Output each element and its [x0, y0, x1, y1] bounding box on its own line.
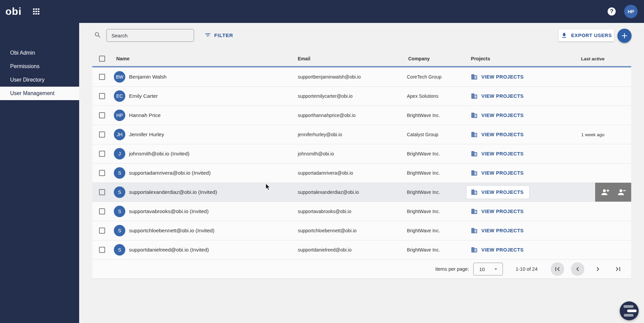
building-icon — [471, 208, 478, 215]
user-company: BrightWave Inc. — [407, 113, 471, 118]
user-name: supportchloebennett@obi.io (Invited) — [129, 228, 215, 234]
sidebar-item-label: Obi Admin — [10, 50, 35, 56]
user-company: CoreTech Group — [407, 74, 471, 80]
avatar: S — [114, 244, 125, 256]
search-icon — [94, 31, 101, 39]
plus-icon — [620, 31, 629, 40]
view-projects-button[interactable]: VIEW PROJECTS — [466, 70, 529, 83]
brand-bar-icon — [627, 310, 637, 312]
table-row[interactable]: S supportadamrivera@obi.io (Invited) sup… — [92, 164, 631, 183]
next-page-button[interactable] — [591, 262, 605, 276]
items-per-page-value: 10 — [474, 266, 493, 272]
user-company: BrightWave Inc. — [407, 170, 471, 176]
view-projects-button[interactable]: VIEW PROJECTS — [466, 128, 529, 141]
user-company: Apex Solutions — [407, 93, 471, 99]
header-projects: Projects — [471, 56, 569, 61]
last-page-button[interactable] — [611, 262, 625, 276]
main-content: FILTER EXPORT USERS Name Email Company P… — [79, 23, 644, 323]
view-projects-label: VIEW PROJECTS — [481, 247, 524, 253]
user-email: supportchloebennett@obi.io — [298, 228, 407, 233]
view-projects-label: VIEW PROJECTS — [481, 93, 524, 99]
table-row[interactable]: S supportdanielreed@obi.io (Invited) sup… — [92, 240, 631, 260]
row-checkbox[interactable] — [99, 189, 105, 195]
view-projects-button[interactable]: VIEW PROJECTS — [466, 205, 529, 218]
user-name: supportdanielreed@obi.io (Invited) — [129, 247, 209, 253]
user-company: BrightWave Inc. — [407, 209, 471, 214]
help-icon[interactable]: ? — [608, 7, 616, 16]
sidebar-item-user-directory[interactable]: User Directory — [0, 73, 79, 87]
row-checkbox[interactable] — [99, 208, 105, 214]
table-row[interactable]: S supportavabrooks@obi.io (Invited) supp… — [92, 202, 631, 221]
add-person-button[interactable] — [600, 187, 610, 197]
user-name: supportavabrooks@obi.io (Invited) — [129, 208, 208, 214]
sidebar-item-obi-admin[interactable]: Obi Admin — [0, 46, 79, 60]
user-email: jenniferhurley@obi.io — [298, 132, 407, 137]
sidebar-item-permissions[interactable]: Permissions — [0, 60, 79, 73]
sidebar-item-user-management[interactable]: User Management — [0, 87, 79, 100]
select-all-checkbox[interactable] — [99, 56, 105, 62]
row-checkbox[interactable] — [99, 74, 105, 80]
building-icon — [471, 131, 478, 138]
building-icon — [471, 112, 478, 119]
row-checkbox[interactable] — [99, 170, 105, 176]
add-user-button[interactable] — [617, 29, 632, 43]
table-body: BW Benjamin Walsh supportbenjaminwalsh@o… — [92, 67, 631, 260]
table-row[interactable]: BW Benjamin Walsh supportbenjaminwalsh@o… — [92, 67, 631, 87]
view-projects-button[interactable]: VIEW PROJECTS — [466, 109, 529, 122]
table-row[interactable]: S supportalexanderdiaz@obi.io (Invited) … — [92, 183, 631, 202]
dropdown-caret-icon — [493, 266, 499, 272]
search-input[interactable] — [106, 29, 194, 42]
view-projects-button[interactable]: VIEW PROJECTS — [466, 224, 529, 237]
sidebar-item-label: User Management — [10, 90, 55, 96]
user-company: BrightWave Inc. — [407, 228, 471, 233]
view-projects-label: VIEW PROJECTS — [481, 151, 524, 156]
user-name: Jennifer Hurley — [129, 131, 164, 138]
user-name: Benjamin Walsh — [129, 74, 166, 80]
avatar: S — [114, 186, 125, 198]
filter-label: FILTER — [214, 32, 233, 38]
view-projects-button[interactable]: VIEW PROJECTS — [466, 243, 529, 256]
view-projects-label: VIEW PROJECTS — [481, 74, 524, 80]
table-row[interactable]: EC Emily Carter supportemilycarter@obi.i… — [92, 87, 631, 106]
row-checkbox[interactable] — [99, 131, 105, 138]
table-row[interactable]: HP Hannah Price supporthannahprice@obi.i… — [92, 106, 631, 125]
brand-bar-icon — [623, 305, 634, 308]
row-checkbox[interactable] — [99, 151, 105, 157]
brand-bar-icon — [624, 314, 634, 317]
apps-grid-icon[interactable] — [33, 8, 39, 15]
items-per-page-select[interactable]: 10 — [473, 263, 503, 275]
first-page-button[interactable] — [551, 262, 564, 276]
user-email: supportadamrivera@obi.io — [298, 170, 407, 176]
user-name: supportadamrivera@obi.io (Invited) — [129, 170, 211, 176]
avatar: S — [114, 167, 125, 179]
user-avatar[interactable]: HP — [624, 5, 638, 18]
view-projects-label: VIEW PROJECTS — [481, 132, 524, 137]
building-icon — [471, 170, 478, 176]
view-projects-button[interactable]: VIEW PROJECTS — [466, 90, 529, 102]
user-name: Emily Carter — [129, 93, 158, 99]
view-projects-label: VIEW PROJECTS — [481, 113, 524, 118]
sidebar-nav: Obi Admin Permissions User Directory Use… — [0, 46, 79, 100]
avatar: JH — [114, 129, 125, 140]
view-projects-button[interactable]: VIEW PROJECTS — [466, 186, 529, 199]
table-row[interactable]: J johnsmith@obi.io (Invited) johnsmith@o… — [92, 144, 631, 164]
previous-page-button[interactable] — [571, 262, 584, 276]
view-projects-label: VIEW PROJECTS — [481, 170, 524, 176]
table-row[interactable]: JH Jennifer Hurley jenniferhurley@obi.io… — [92, 125, 631, 144]
user-email: johnsmith@obi.io — [298, 151, 407, 156]
filter-button[interactable]: FILTER — [204, 31, 233, 39]
remove-person-button[interactable] — [617, 187, 626, 197]
user-company: BrightWave Inc. — [407, 247, 471, 253]
brand-floating-button[interactable] — [620, 301, 639, 320]
export-users-button[interactable]: EXPORT USERS — [558, 29, 614, 41]
row-checkbox[interactable] — [99, 228, 105, 234]
user-company: BrightWave Inc. — [407, 151, 471, 156]
row-checkbox[interactable] — [99, 112, 105, 118]
row-checkbox[interactable] — [99, 247, 105, 253]
view-projects-button[interactable]: VIEW PROJECTS — [466, 147, 529, 160]
user-email: supportemilycarter@obi.io — [298, 93, 407, 99]
table-row[interactable]: S supportchloebennett@obi.io (Invited) s… — [92, 221, 631, 240]
row-checkbox[interactable] — [99, 93, 105, 99]
view-projects-button[interactable]: VIEW PROJECTS — [466, 167, 529, 179]
table-header-row: Name Email Company Projects Last active — [92, 51, 631, 67]
